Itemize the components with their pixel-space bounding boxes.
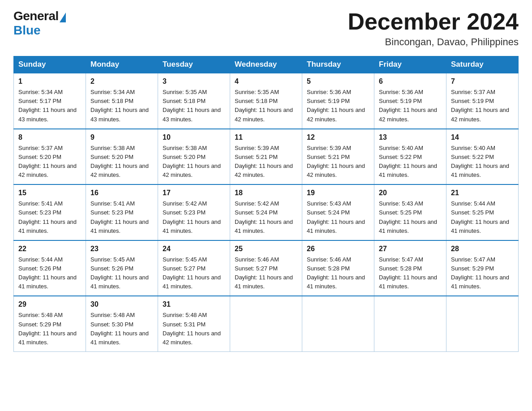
table-row: 7 Sunrise: 5:37 AMSunset: 5:19 PMDayligh… bbox=[446, 73, 519, 129]
table-row: 6 Sunrise: 5:36 AMSunset: 5:19 PMDayligh… bbox=[374, 73, 446, 129]
calendar-header-row: Sunday Monday Tuesday Wednesday Thursday… bbox=[14, 56, 519, 73]
logo-general-text: General bbox=[13, 9, 59, 23]
cell-info: Sunrise: 5:46 AMSunset: 5:27 PMDaylight:… bbox=[235, 256, 293, 290]
cell-info: Sunrise: 5:37 AMSunset: 5:20 PMDaylight:… bbox=[18, 145, 77, 178]
table-row: 30 Sunrise: 5:48 AMSunset: 5:30 PMDaylig… bbox=[86, 296, 158, 351]
logo: General Blue bbox=[13, 9, 66, 37]
cell-info: Sunrise: 5:43 AMSunset: 5:25 PMDaylight:… bbox=[379, 200, 437, 234]
cell-date: 29 bbox=[18, 299, 81, 310]
cell-info: Sunrise: 5:36 AMSunset: 5:19 PMDaylight:… bbox=[307, 89, 365, 122]
cell-date: 19 bbox=[307, 188, 369, 198]
cell-info: Sunrise: 5:36 AMSunset: 5:19 PMDaylight:… bbox=[379, 89, 437, 122]
cell-info: Sunrise: 5:42 AMSunset: 5:23 PMDaylight:… bbox=[163, 200, 221, 234]
header-wednesday: Wednesday bbox=[230, 56, 302, 73]
table-row: 15 Sunrise: 5:41 AMSunset: 5:23 PMDaylig… bbox=[14, 184, 86, 240]
table-row: 24 Sunrise: 5:45 AMSunset: 5:27 PMDaylig… bbox=[158, 240, 230, 296]
table-row bbox=[230, 296, 302, 351]
cell-info: Sunrise: 5:46 AMSunset: 5:28 PMDaylight:… bbox=[307, 256, 365, 290]
cell-date: 27 bbox=[379, 244, 442, 254]
cell-info: Sunrise: 5:42 AMSunset: 5:24 PMDaylight:… bbox=[235, 200, 293, 234]
cell-date: 1 bbox=[18, 76, 81, 87]
cell-date: 11 bbox=[235, 132, 297, 143]
cell-info: Sunrise: 5:39 AMSunset: 5:21 PMDaylight:… bbox=[235, 145, 293, 178]
header-thursday: Thursday bbox=[302, 56, 374, 73]
cell-info: Sunrise: 5:37 AMSunset: 5:19 PMDaylight:… bbox=[451, 89, 509, 122]
cell-date: 14 bbox=[451, 132, 514, 143]
cell-info: Sunrise: 5:47 AMSunset: 5:29 PMDaylight:… bbox=[451, 256, 509, 290]
header-friday: Friday bbox=[374, 56, 446, 73]
calendar-week-row: 22 Sunrise: 5:44 AMSunset: 5:26 PMDaylig… bbox=[14, 240, 519, 296]
table-row bbox=[302, 296, 374, 351]
cell-info: Sunrise: 5:48 AMSunset: 5:30 PMDaylight:… bbox=[90, 312, 149, 345]
table-row: 2 Sunrise: 5:34 AMSunset: 5:18 PMDayligh… bbox=[86, 73, 158, 129]
table-row: 9 Sunrise: 5:38 AMSunset: 5:20 PMDayligh… bbox=[86, 129, 158, 185]
table-row bbox=[374, 296, 446, 351]
table-row: 5 Sunrise: 5:36 AMSunset: 5:19 PMDayligh… bbox=[302, 73, 374, 129]
calendar-location: Bincongan, Davao, Philippines bbox=[348, 36, 519, 48]
cell-info: Sunrise: 5:40 AMSunset: 5:22 PMDaylight:… bbox=[451, 145, 509, 178]
header-tuesday: Tuesday bbox=[158, 56, 230, 73]
cell-info: Sunrise: 5:47 AMSunset: 5:28 PMDaylight:… bbox=[379, 256, 437, 290]
cell-date: 3 bbox=[163, 76, 225, 87]
cell-info: Sunrise: 5:44 AMSunset: 5:26 PMDaylight:… bbox=[18, 256, 77, 290]
table-row: 10 Sunrise: 5:38 AMSunset: 5:20 PMDaylig… bbox=[158, 129, 230, 185]
calendar-week-row: 15 Sunrise: 5:41 AMSunset: 5:23 PMDaylig… bbox=[14, 184, 519, 240]
cell-date: 25 bbox=[235, 244, 297, 254]
cell-date: 20 bbox=[379, 188, 442, 198]
header-monday: Monday bbox=[86, 56, 158, 73]
cell-date: 24 bbox=[163, 244, 225, 254]
table-row: 23 Sunrise: 5:45 AMSunset: 5:26 PMDaylig… bbox=[86, 240, 158, 296]
header-sunday: Sunday bbox=[14, 56, 86, 73]
page-header: General Blue December 2024 Bincongan, Da… bbox=[13, 9, 519, 48]
cell-date: 17 bbox=[163, 188, 225, 198]
cell-info: Sunrise: 5:35 AMSunset: 5:18 PMDaylight:… bbox=[235, 89, 293, 122]
cell-date: 22 bbox=[18, 244, 81, 254]
cell-date: 31 bbox=[163, 299, 225, 310]
calendar-week-row: 8 Sunrise: 5:37 AMSunset: 5:20 PMDayligh… bbox=[14, 129, 519, 185]
cell-info: Sunrise: 5:34 AMSunset: 5:18 PMDaylight:… bbox=[90, 89, 149, 122]
table-row: 4 Sunrise: 5:35 AMSunset: 5:18 PMDayligh… bbox=[230, 73, 302, 129]
calendar-title: December 2024 bbox=[348, 9, 519, 34]
cell-date: 26 bbox=[307, 244, 369, 254]
cell-date: 4 bbox=[235, 76, 297, 87]
cell-date: 30 bbox=[90, 299, 153, 310]
header-saturday: Saturday bbox=[446, 56, 519, 73]
table-row: 22 Sunrise: 5:44 AMSunset: 5:26 PMDaylig… bbox=[14, 240, 86, 296]
table-row: 3 Sunrise: 5:35 AMSunset: 5:18 PMDayligh… bbox=[158, 73, 230, 129]
table-row: 16 Sunrise: 5:41 AMSunset: 5:23 PMDaylig… bbox=[86, 184, 158, 240]
table-row: 25 Sunrise: 5:46 AMSunset: 5:27 PMDaylig… bbox=[230, 240, 302, 296]
table-row: 18 Sunrise: 5:42 AMSunset: 5:24 PMDaylig… bbox=[230, 184, 302, 240]
calendar-table: Sunday Monday Tuesday Wednesday Thursday… bbox=[13, 56, 519, 352]
cell-date: 7 bbox=[451, 76, 514, 87]
cell-info: Sunrise: 5:44 AMSunset: 5:25 PMDaylight:… bbox=[451, 200, 509, 234]
cell-date: 12 bbox=[307, 132, 369, 143]
cell-info: Sunrise: 5:45 AMSunset: 5:27 PMDaylight:… bbox=[163, 256, 221, 290]
table-row: 19 Sunrise: 5:43 AMSunset: 5:24 PMDaylig… bbox=[302, 184, 374, 240]
cell-info: Sunrise: 5:40 AMSunset: 5:22 PMDaylight:… bbox=[379, 145, 437, 178]
cell-info: Sunrise: 5:43 AMSunset: 5:24 PMDaylight:… bbox=[307, 200, 365, 234]
calendar-week-row: 29 Sunrise: 5:48 AMSunset: 5:29 PMDaylig… bbox=[14, 296, 519, 351]
logo-triangle-icon bbox=[60, 13, 66, 22]
table-row: 26 Sunrise: 5:46 AMSunset: 5:28 PMDaylig… bbox=[302, 240, 374, 296]
cell-info: Sunrise: 5:38 AMSunset: 5:20 PMDaylight:… bbox=[90, 145, 149, 178]
cell-info: Sunrise: 5:41 AMSunset: 5:23 PMDaylight:… bbox=[18, 200, 77, 234]
cell-date: 13 bbox=[379, 132, 442, 143]
cell-date: 16 bbox=[90, 188, 153, 198]
table-row: 1 Sunrise: 5:34 AMSunset: 5:17 PMDayligh… bbox=[14, 73, 86, 129]
cell-date: 5 bbox=[307, 76, 369, 87]
cell-info: Sunrise: 5:45 AMSunset: 5:26 PMDaylight:… bbox=[90, 256, 149, 290]
cell-date: 8 bbox=[18, 132, 81, 143]
title-block: December 2024 Bincongan, Davao, Philippi… bbox=[348, 9, 519, 48]
calendar-week-row: 1 Sunrise: 5:34 AMSunset: 5:17 PMDayligh… bbox=[14, 73, 519, 129]
table-row: 11 Sunrise: 5:39 AMSunset: 5:21 PMDaylig… bbox=[230, 129, 302, 185]
cell-date: 6 bbox=[379, 76, 442, 87]
cell-date: 23 bbox=[90, 244, 153, 254]
table-row: 29 Sunrise: 5:48 AMSunset: 5:29 PMDaylig… bbox=[14, 296, 86, 351]
logo-blue-text: Blue bbox=[13, 24, 66, 37]
cell-info: Sunrise: 5:48 AMSunset: 5:29 PMDaylight:… bbox=[18, 312, 77, 345]
cell-date: 9 bbox=[90, 132, 153, 143]
cell-date: 18 bbox=[235, 188, 297, 198]
table-row: 14 Sunrise: 5:40 AMSunset: 5:22 PMDaylig… bbox=[446, 129, 519, 185]
table-row: 20 Sunrise: 5:43 AMSunset: 5:25 PMDaylig… bbox=[374, 184, 446, 240]
cell-info: Sunrise: 5:41 AMSunset: 5:23 PMDaylight:… bbox=[90, 200, 149, 234]
